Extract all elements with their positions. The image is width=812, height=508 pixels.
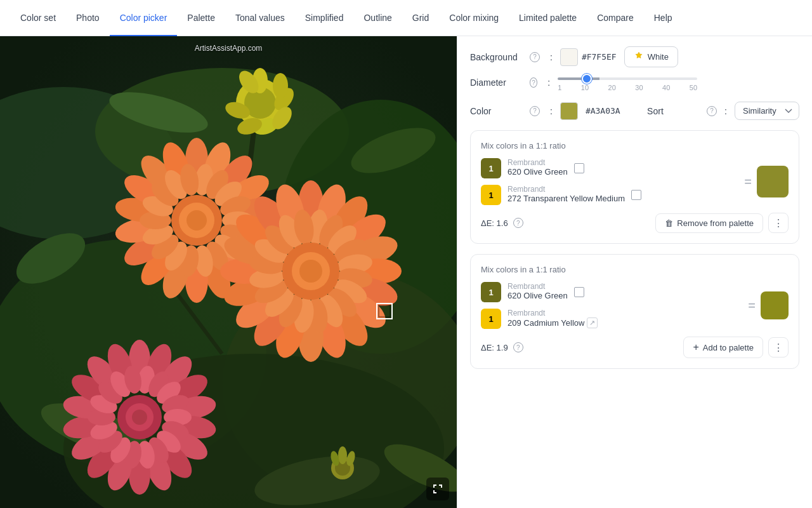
tick-20: 20 [608,84,616,91]
sort-help-icon[interactable]: ? [707,106,717,116]
mix-card-1-delta-help[interactable]: ? [513,218,523,228]
tick-50: 50 [690,84,697,91]
color-help-icon[interactable]: ? [530,106,540,116]
mix-card-2-name-1: 620 Olive Green [508,291,568,300]
mix-card-2-name-2-text: 209 Cadmium Yellow [508,318,584,328]
tick-30: 30 [635,84,643,91]
color-label: Color [470,106,521,116]
mix-card-1-delta-text: ΔE: 1.6 [481,218,508,228]
white-button[interactable]: White [624,46,678,67]
nav-item-simplified[interactable]: Simplified [295,0,354,36]
mix-card-2-checkbox-1[interactable] [574,287,584,297]
nav-item-outline[interactable]: Outline [353,0,402,36]
svg-point-148 [338,446,347,464]
diameter-row: Diameter ? : 1 10 20 30 40 50 [470,77,799,91]
mix-card-1-color-2-row: 1 Rembrandt 272 Transparent Yellow Mediu… [481,185,739,205]
color-colon: : [550,106,553,116]
nav-item-help[interactable]: Help [644,0,683,36]
mix-card-2-badge-2: 1 [481,309,501,329]
mix-card-1-brand-1: Rembrandt [508,158,568,167]
mix-card-2-color-1-row: 1 Rembrandt 620 Olive Green [481,282,738,302]
mix-card-2-equals: = [743,298,761,313]
mix-card-2-color-2-row: 1 Rembrandt 209 Cadmium Yellow ↗ [481,309,738,329]
color-swatch[interactable] [560,102,578,120]
diameter-control: 1 10 20 30 40 50 [558,77,799,91]
mix-card-2-colors: 1 Rembrandt 620 Olive Green 1 Rembrandt [481,282,738,329]
mix-card-1: Mix colors in a 1:1 ratio 1 Rembrandt 62… [470,130,799,244]
tick-40: 40 [662,84,670,91]
right-panel: Background ? : #F7F5EF White Diameter ? … [457,36,812,508]
diameter-help-icon[interactable]: ? [530,77,537,88]
color-hex: #A3A03A [586,106,620,116]
background-swatch-container: #F7F5EF [560,48,617,66]
sort-label: Sort [647,106,698,116]
diameter-tick-labels: 1 10 20 30 40 50 [558,84,697,91]
mix-card-1-body: 1 Rembrandt 620 Olive Green 1 Rembrandt … [481,158,789,205]
nav-item-compare[interactable]: Compare [587,0,644,36]
mix-card-1-brand-2: Rembrandt [508,185,625,194]
nav-item-photo[interactable]: Photo [66,0,110,36]
mix-card-1-checkbox-1[interactable] [574,163,584,173]
background-help-icon[interactable]: ? [530,52,540,62]
svg-point-63 [187,210,207,231]
mix-card-2-brand-2: Rembrandt [508,309,598,318]
background-row: Background ? : #F7F5EF White [470,46,799,67]
mix-card-1-colors: 1 Rembrandt 620 Olive Green 1 Rembrandt … [481,158,739,205]
background-swatch[interactable] [560,48,578,66]
mix-card-1-equals: = [739,175,757,189]
external-link-icon[interactable]: ↗ [587,318,598,328]
nav-item-tonal-values[interactable]: Tonal values [225,0,295,36]
image-area: ArtistAssistApp.com [0,36,457,508]
remove-from-palette-button[interactable]: 🗑 Remove from palette [655,213,763,233]
mix-card-2-delta-actions: + Add to palette ⋮ [683,337,789,358]
plus-icon: + [693,342,698,353]
background-hex: #F7F5EF [582,52,617,62]
white-button-label: White [648,52,669,62]
mix-card-1-delta-left: ΔE: 1.6 ? [481,218,523,228]
diameter-slider[interactable] [558,77,697,80]
mix-card-2-delta-help[interactable]: ? [513,342,523,352]
diameter-colon: : [547,77,550,88]
background-colon: : [550,52,553,62]
mix-card-2: Mix colors in a 1:1 ratio 1 Rembrandt 62… [470,254,799,369]
mix-card-2-name-2: 209 Cadmium Yellow ↗ [508,318,598,328]
trash-icon: 🗑 [665,218,673,228]
mix-card-1-result [757,166,789,197]
mix-card-1-color-2-info: Rembrandt 272 Transparent Yellow Medium [508,185,625,203]
sort-colon: : [724,106,727,116]
mix-card-1-delta-actions: 🗑 Remove from palette ⋮ [655,213,789,233]
nav-item-limited-palette[interactable]: Limited palette [509,0,587,36]
mix-card-2-delta-left: ΔE: 1.9 ? [481,342,523,352]
mix-card-1-color-1-info: Rembrandt 620 Olive Green [508,158,568,177]
background-label: Background [470,52,521,62]
main-content: ArtistAssistApp.com [0,36,812,508]
tick-10: 10 [581,84,589,91]
diameter-label: Diameter [470,77,521,88]
nav-item-color-mixing[interactable]: Color mixing [439,0,509,36]
main-nav: Color set Photo Color picker Palette Ton… [0,0,812,36]
mix-card-2-color-2-info: Rembrandt 209 Cadmium Yellow ↗ [508,309,598,328]
mix-card-2-delta-text: ΔE: 1.9 [481,343,508,352]
mix-card-1-checkbox-2[interactable] [631,190,641,200]
nav-item-color-picker[interactable]: Color picker [110,0,178,36]
nav-item-grid[interactable]: Grid [402,0,439,36]
nav-item-palette[interactable]: Palette [177,0,225,36]
add-to-palette-button[interactable]: + Add to palette [683,337,763,358]
mix-card-2-delta-row: ΔE: 1.9 ? + Add to palette ⋮ [481,337,789,358]
mix-card-2-color-1-info: Rembrandt 620 Olive Green [508,282,568,300]
add-button-label: Add to palette [703,343,754,352]
mix-card-1-delta-row: ΔE: 1.6 ? 🗑 Remove from palette ⋮ [481,213,789,233]
nav-item-color-set[interactable]: Color set [10,0,66,36]
tick-1: 1 [558,84,561,91]
mix-card-1-more-button[interactable]: ⋮ [768,213,789,233]
color-row: Color ? : #A3A03A Sort ? : Similarity Li… [470,102,799,120]
expand-button[interactable] [426,478,449,500]
white-button-icon [634,51,644,63]
mix-card-2-body: 1 Rembrandt 620 Olive Green 1 Rembrandt [481,282,789,329]
sort-select[interactable]: Similarity Lightness Hue [735,102,799,120]
mix-card-1-name-1: 620 Olive Green [508,167,568,177]
mix-card-2-badge-1: 1 [481,282,501,302]
mix-card-2-more-button[interactable]: ⋮ [768,337,789,358]
mix-card-1-name-2: 272 Transparent Yellow Medium [508,194,625,203]
artist-assist-url: ArtistAssistApp.com [0,39,457,55]
